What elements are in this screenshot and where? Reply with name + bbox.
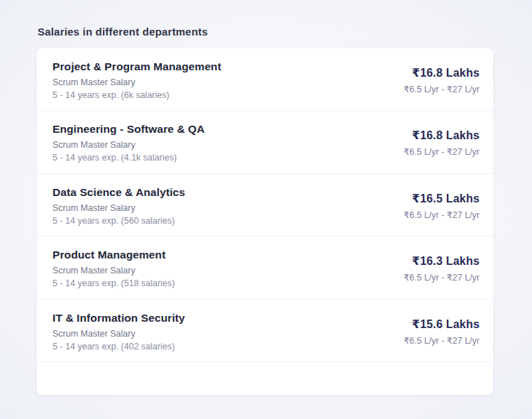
salary-range-value: ₹6.5 L/yr - ₹27 L/yr <box>404 210 480 220</box>
salary-info: ₹16.8 Lakhs ₹6.5 L/yr - ₹27 L/yr <box>404 123 480 157</box>
department-salary-row[interactable]: Data Science & Analytics Scrum Master Sa… <box>37 174 493 236</box>
experience-label: 5 - 14 years exp. (4.1k salaries) <box>52 153 205 163</box>
department-name[interactable]: Product Management <box>52 249 174 261</box>
average-salary-value: ₹16.8 Lakhs <box>404 129 480 142</box>
department-info: Data Science & Analytics Scrum Master Sa… <box>52 186 185 226</box>
department-name[interactable]: Data Science & Analytics <box>52 186 185 199</box>
page-title: Salaries in different departments <box>38 26 208 38</box>
salary-info: ₹16.5 Lakhs ₹6.5 L/yr - ₹27 L/yr <box>404 186 480 220</box>
experience-label: 5 - 14 years exp. (6k salaries) <box>52 90 221 100</box>
department-salary-row[interactable]: Engineering - Software & QA Scrum Master… <box>37 111 493 173</box>
salary-range-value: ₹6.5 L/yr - ₹27 L/yr <box>404 146 480 157</box>
role-label: Scrum Master Salary <box>52 329 185 339</box>
department-salary-row[interactable]: IT & Information Security Scrum Master S… <box>37 300 493 362</box>
salary-range-value: ₹6.5 L/yr - ₹27 L/yr <box>404 335 480 346</box>
department-name[interactable]: Engineering - Software & QA <box>52 123 205 136</box>
department-name[interactable]: Project & Program Management <box>52 60 221 73</box>
department-info: IT & Information Security Scrum Master S… <box>52 312 185 352</box>
department-name[interactable]: IT & Information Security <box>52 312 185 325</box>
average-salary-value: ₹16.5 Lakhs <box>404 192 480 205</box>
salary-info: ₹15.6 Lakhs ₹6.5 L/yr - ₹27 L/yr <box>404 312 480 346</box>
experience-label: 5 - 14 years exp. (518 salaries) <box>52 278 174 288</box>
experience-label: 5 - 14 years exp. (402 salaries) <box>52 342 185 352</box>
average-salary-value: ₹16.3 Lakhs <box>404 254 480 268</box>
department-info: Project & Program Management Scrum Maste… <box>52 60 221 100</box>
salary-info: ₹16.8 Lakhs ₹6.5 L/yr - ₹27 L/yr <box>404 60 480 94</box>
salary-range-value: ₹6.5 L/yr - ₹27 L/yr <box>404 272 480 283</box>
department-salaries-card: Project & Program Management Scrum Maste… <box>37 48 493 395</box>
department-salary-row[interactable]: Product Management Scrum Master Salary 5… <box>37 236 493 299</box>
salary-info: ₹16.3 Lakhs ₹6.5 L/yr - ₹27 L/yr <box>404 249 480 283</box>
average-salary-value: ₹16.8 Lakhs <box>404 66 480 80</box>
department-info: Product Management Scrum Master Salary 5… <box>52 249 174 288</box>
department-rows-container: Project & Program Management Scrum Maste… <box>37 48 493 362</box>
salary-range-value: ₹6.5 L/yr - ₹27 L/yr <box>404 84 480 94</box>
department-salary-row[interactable]: Project & Program Management Scrum Maste… <box>37 48 493 111</box>
average-salary-value: ₹15.6 Lakhs <box>404 317 480 331</box>
role-label: Scrum Master Salary <box>52 77 221 87</box>
role-label: Scrum Master Salary <box>52 266 174 276</box>
role-label: Scrum Master Salary <box>52 140 205 150</box>
department-info: Engineering - Software & QA Scrum Master… <box>52 123 205 163</box>
role-label: Scrum Master Salary <box>52 203 185 213</box>
card-footer-spacer <box>37 362 493 394</box>
experience-label: 5 - 14 years exp. (560 salaries) <box>52 216 185 226</box>
